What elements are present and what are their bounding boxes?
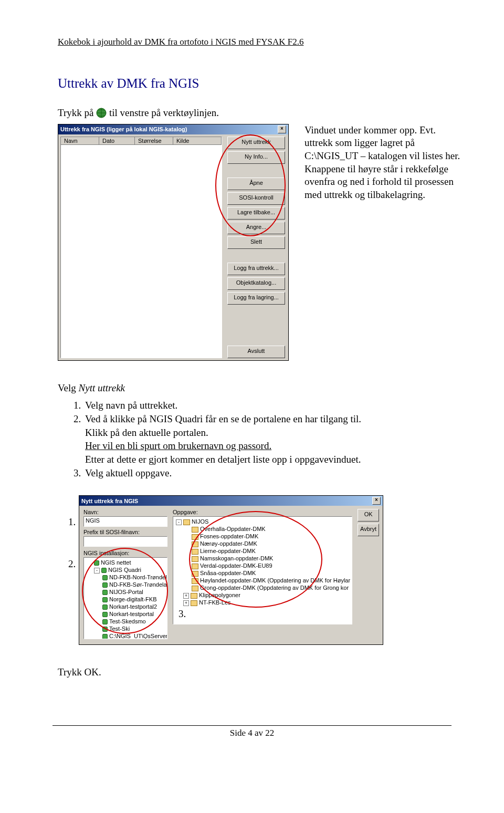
tree-item[interactable]: ND-FKB-Nord-Trøndelag [86, 574, 165, 581]
list-header: Navn Dato Størrelse Kilde [61, 137, 222, 145]
window-nytt-uttrekk: Nytt uttrekk fra NGIS × Navn: NGIS Prefi… [79, 495, 383, 645]
intro-text-b: til venstre på verktøylinjen. [109, 107, 219, 118]
logg-fra-uttrekk-button[interactable]: Logg fra uttrekk... [227, 263, 285, 275]
tree-item[interactable]: Norkart-testportal [86, 610, 165, 618]
apne-button[interactable]: Åpne [227, 178, 285, 190]
close-icon[interactable]: × [372, 497, 381, 505]
prefix-input[interactable] [83, 536, 167, 547]
avbryt-button[interactable]: Avbryt [358, 524, 379, 536]
globe-icon [96, 108, 107, 118]
tree-item[interactable]: Norkart-testportal2 [86, 603, 165, 610]
velg-text: Velg [58, 382, 79, 393]
tree-item[interactable]: Test-Ski [86, 625, 165, 632]
section-title: Uttrekk av DMK fra NGIS [58, 76, 462, 91]
tree-item[interactable]: NIJOS-Portal [86, 588, 165, 596]
tree-item[interactable]: Overhalla-Oppdater-DMK [175, 525, 350, 533]
tree-item[interactable]: Fosnes-oppdater-DMK [175, 533, 350, 540]
velg-nytt-uttrekk-line: Velg Nytt uttrekk [58, 382, 462, 395]
lagre-tilbake-button[interactable]: Lagre tilbake... [227, 207, 285, 220]
intro-text-a: Trykk på [58, 107, 96, 118]
intro-line: Trykk på til venstre på verktøylinjen. [58, 107, 462, 120]
marker-3: 3. [178, 608, 186, 620]
nytt-uttrekk-button[interactable]: Nytt uttrekk [227, 137, 285, 149]
col-dato[interactable]: Dato [99, 137, 135, 144]
page-header: Kokebok i ajourhold av DMK fra ortofoto … [58, 37, 462, 47]
tree-item[interactable]: C:\NGIS_UT\QsServerLis [86, 632, 165, 639]
tree-item[interactable]: Lierne-oppdater-DMK [175, 547, 350, 555]
angre-button[interactable]: Angre... [227, 222, 285, 234]
col-storrelse[interactable]: Størrelse [135, 137, 173, 144]
sosi-kontroll-button[interactable]: SOSI-kontroll [227, 192, 285, 205]
window-uttrekk-titlebar: Uttrekk fra NGIS (ligger på lokal NGIS-k… [58, 124, 288, 134]
window-nytt-uttrekk-title: Nytt uttrekk fra NGIS [81, 498, 138, 504]
tree-item[interactable]: Høylandet-oppdater-DMK (Oppdatering av D… [175, 577, 350, 584]
tree-item[interactable]: NGIS nettet [86, 559, 165, 566]
steps-list: 1.Velg navn på uttrekket. 2.Ved å klikke… [74, 399, 462, 480]
navn-label: Navn: [83, 509, 167, 515]
installasjon-tree[interactable]: NGIS nettet-NGIS QuadriND-FKB-Nord-Trønd… [83, 557, 167, 639]
tree-item[interactable]: ND-FKB-Sør-Trøndelag [86, 581, 165, 588]
right-col: OK Avbryt [358, 509, 379, 536]
page-footer: Side 4 av 22 [52, 725, 452, 738]
step-2b: Klikk på den aktuelle portalen. [85, 427, 208, 438]
tree-item[interactable]: -NGIS Quadri [86, 566, 165, 574]
ok-button[interactable]: OK [358, 509, 379, 522]
objektkatalog-button[interactable]: Objektkatalog... [227, 277, 285, 290]
step-2a: Ved å klikke på NGIS Quadri får en se de… [85, 413, 361, 424]
uttrekk-list[interactable]: Navn Dato Størrelse Kilde [60, 137, 222, 358]
step-2c: Her vil en bli spurt om brukernavn og pa… [85, 440, 271, 451]
tree-item[interactable]: Grong-oppdater-DMK (Oppdatering av DMK f… [175, 584, 350, 591]
marker-1: 1. [68, 516, 76, 528]
mid-col: Oppgave: -NIJOSOverhalla-Oppdater-DMKFos… [173, 509, 352, 624]
left-col: Navn: NGIS Prefix til SOSI-filnavn: NGIS… [83, 509, 167, 639]
oppgave-label: Oppgave: [173, 509, 352, 515]
close-icon[interactable]: × [278, 126, 286, 133]
tree-item[interactable]: +Klippepolygoner [175, 591, 350, 599]
tree-item[interactable]: Norge-digitalt-FKB [86, 596, 165, 603]
step-3: Velg aktuell oppgave. [85, 467, 172, 478]
tree-item[interactable]: +NT-FKB-Les [175, 599, 350, 606]
slett-button[interactable]: Slett [227, 236, 285, 249]
tree-item[interactable]: Test-Skedsmo [86, 618, 165, 625]
button-column: Nytt uttrekk Ny Info... Åpne SOSI-kontro… [224, 134, 288, 360]
oppgave-tree[interactable]: -NIJOSOverhalla-Oppdater-DMKFosnes-oppda… [173, 516, 352, 624]
marker-2: 2. [68, 558, 76, 570]
tree-item[interactable]: Nærøy-oppdater-DMK [175, 540, 350, 547]
tree-item[interactable]: Snåsa-oppdater-DMK [175, 569, 350, 577]
tree-root[interactable]: -NIJOS [175, 518, 350, 525]
tree-item[interactable]: Namsskogan-oppdater-DMK [175, 555, 350, 562]
col-kilde[interactable]: Kilde [173, 137, 222, 144]
step-1: Velg navn på uttrekket. [85, 400, 177, 411]
tree-item[interactable]: Verdal-oppdater-DMK-EU89 [175, 562, 350, 569]
window-uttrekk: Uttrekk fra NGIS (ligger på lokal NGIS-k… [58, 124, 289, 361]
window-nytt-uttrekk-titlebar: Nytt uttrekk fra NGIS × [79, 496, 383, 506]
inst-label: NGIS installasjon: [83, 550, 167, 556]
prefix-label: Prefix til SOSI-filnavn: [83, 529, 167, 535]
window-uttrekk-title: Uttrekk fra NGIS (ligger på lokal NGIS-k… [60, 126, 187, 132]
logg-fra-lagring-button[interactable]: Logg fra lagring... [227, 292, 285, 305]
trykk-ok-line: Trykk OK. [58, 666, 462, 679]
ny-info-button[interactable]: Ny Info... [227, 151, 285, 164]
col-navn[interactable]: Navn [61, 137, 99, 144]
avslutt-button[interactable]: Avslutt [227, 346, 285, 358]
step-2d: Etter at dette er gjort kommer en detalj… [85, 454, 361, 465]
nytt-uttrekk-italic: Nytt uttrekk [79, 382, 125, 393]
navn-input[interactable]: NGIS [83, 516, 167, 527]
right-paragraph: Vinduet under kommer opp. Evt. uttrekk s… [304, 124, 462, 202]
